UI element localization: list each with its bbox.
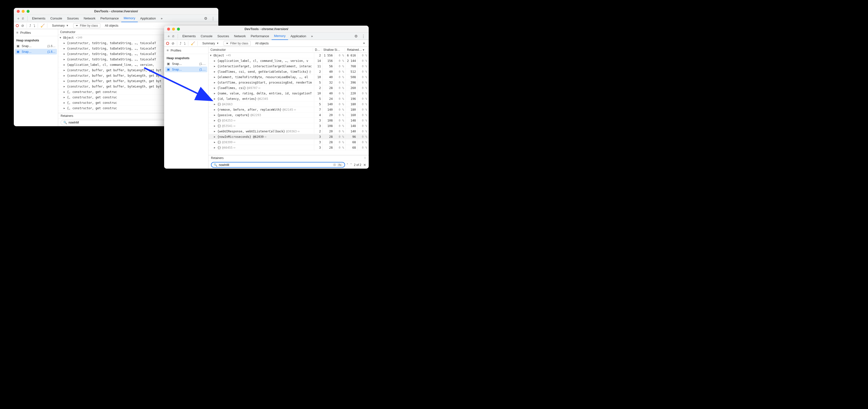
object-scope-dropdown[interactable]: All objects (103, 23, 121, 28)
object-row[interactable]: {remove, before, after, replaceWith} @62… (209, 107, 369, 112)
object-row[interactable]: {} @4266351400 %1800 % (209, 101, 369, 107)
match-case-icon[interactable]: Aa (337, 163, 342, 167)
col-shallow-size[interactable]: Shallow Si… (321, 48, 345, 52)
object-row[interactable]: {element, timeToFirstByte, resourceLoadD… (209, 75, 369, 80)
gc-icon[interactable]: 🧹 (191, 41, 195, 46)
clear-button-icon[interactable]: ⊘ (172, 41, 175, 46)
expand-toggle-icon[interactable] (210, 54, 212, 57)
expand-toggle-icon[interactable] (214, 65, 216, 67)
record-button-icon[interactable] (16, 24, 19, 27)
object-row[interactable]: {nowInMicroseconds} @62039 3280 %960 % (209, 134, 369, 140)
object-row[interactable]: {id, latency, entries} @623455240 %1960 … (209, 96, 369, 101)
next-match-icon[interactable]: ˅ (350, 163, 352, 167)
settings-icon[interactable]: ⚙ (353, 34, 359, 38)
object-row[interactable]: {loadTimes, csi, send, getVariableValue,… (209, 69, 369, 75)
col-constructor[interactable]: Constructor (209, 48, 313, 52)
object-row[interactable]: {interactionTarget, interactionTargetEle… (209, 64, 369, 69)
object-row[interactable]: {} @34253 31080 %1480 % (209, 118, 369, 123)
col-retained-size[interactable]: Retained…▼ (345, 48, 369, 52)
expand-toggle-icon[interactable] (214, 103, 216, 106)
expand-toggle-icon[interactable] (214, 81, 216, 84)
expand-toggle-icon[interactable] (214, 135, 216, 138)
constructor-group-row[interactable]: Object ×4521 5560 %6 6160 % (209, 53, 369, 58)
device-mode-icon[interactable]: ⎚ (172, 34, 174, 38)
class-filter-input[interactable]: ⏷ Filter by class (223, 41, 250, 46)
view-dropdown[interactable]: Summary ▼ (50, 23, 71, 28)
expand-toggle-icon[interactable] (64, 107, 66, 110)
col-distance[interactable]: Di… (313, 48, 321, 52)
inspect-icon[interactable]: ⟡ (17, 17, 20, 21)
tab-network[interactable]: Network (81, 15, 98, 22)
tab-memory[interactable]: Memory (121, 15, 138, 22)
expand-toggle-icon[interactable] (64, 90, 66, 93)
clear-button-icon[interactable]: ⊘ (21, 24, 24, 28)
expand-toggle-icon[interactable] (214, 146, 216, 149)
expand-toggle-icon[interactable] (64, 42, 66, 45)
expand-toggle-icon[interactable] (64, 63, 66, 66)
expand-toggle-icon[interactable] (214, 59, 216, 62)
object-row[interactable]: {loadTimes, csi} @49707 2280 %2600 % (209, 85, 369, 91)
tab-application[interactable]: Application (138, 15, 158, 22)
expand-toggle-icon[interactable] (214, 87, 216, 89)
close-search-icon[interactable]: ✕ (363, 163, 366, 167)
zoom-window-icon[interactable] (27, 10, 30, 13)
expand-toggle-icon[interactable] (214, 76, 216, 79)
close-window-icon[interactable] (167, 28, 170, 31)
expand-toggle-icon[interactable] (214, 130, 216, 133)
expand-toggle-icon[interactable] (64, 101, 66, 104)
tab-performance[interactable]: Performance (98, 15, 121, 22)
search-text-field[interactable] (219, 163, 332, 167)
expand-toggle-icon[interactable] (214, 114, 216, 116)
tab-sources[interactable]: Sources (65, 15, 81, 22)
expand-toggle-icon[interactable] (214, 108, 216, 111)
gc-icon[interactable]: 🧹 (40, 24, 44, 28)
retainers-header[interactable]: Retainers ☰ (209, 155, 369, 161)
close-window-icon[interactable] (17, 10, 20, 13)
expand-toggle-icon[interactable] (64, 58, 66, 61)
chevron-down-icon[interactable]: ▼ (363, 42, 367, 45)
expand-toggle-icon[interactable] (60, 36, 62, 39)
settings-icon[interactable]: ⚙ (203, 16, 209, 21)
device-mode-icon[interactable]: ⎚ (22, 17, 24, 21)
object-row[interactable]: {webUIResponse, webUIListenerCallback} @… (209, 129, 369, 134)
tab-network[interactable]: Network (232, 33, 248, 40)
expand-toggle-icon[interactable] (64, 96, 66, 98)
object-row[interactable]: {application_label, cl, command_line, …,… (209, 58, 369, 64)
expand-toggle-icon[interactable] (64, 80, 66, 82)
expand-toggle-icon[interactable] (214, 141, 216, 144)
more-menu-icon[interactable]: ⋮ (360, 34, 367, 38)
view-dropdown[interactable]: Summary ▼ (200, 41, 221, 46)
tab-console[interactable]: Console (48, 15, 65, 22)
object-row[interactable]: {} @46455 3280 %680 % (209, 145, 369, 150)
expand-toggle-icon[interactable] (214, 124, 216, 127)
expand-toggle-icon[interactable] (64, 74, 66, 77)
minimize-window-icon[interactable] (22, 10, 25, 13)
tab-performance[interactable]: Performance (248, 33, 271, 40)
minimize-window-icon[interactable] (172, 28, 175, 31)
record-button-icon[interactable] (166, 42, 169, 45)
expand-toggle-icon[interactable] (214, 97, 216, 100)
object-scope-dropdown[interactable]: All objects (253, 41, 271, 46)
expand-toggle-icon[interactable] (214, 119, 216, 122)
tab-console[interactable]: Console (198, 33, 215, 40)
tab-elements[interactable]: Elements (30, 15, 48, 22)
more-panels-icon[interactable]: » (159, 17, 164, 20)
object-row[interactable]: {} @53541 31080 %1480 % (209, 123, 369, 129)
expand-toggle-icon[interactable] (214, 92, 216, 95)
download-icon[interactable]: ⤵ (184, 41, 186, 46)
expand-toggle-icon[interactable] (64, 85, 66, 88)
more-menu-icon[interactable]: ⋮ (210, 16, 216, 21)
tab-application[interactable]: Application (288, 33, 309, 40)
snapshot-item[interactable]: ▣Snap…(1.… (164, 61, 208, 66)
expand-toggle-icon[interactable] (214, 70, 216, 73)
snapshot-item[interactable]: ▣Snap…(1.… (165, 66, 207, 72)
tab-sources[interactable]: Sources (215, 33, 232, 40)
snapshot-item[interactable]: ▣Snap…(1.6… (14, 43, 58, 49)
upload-icon[interactable]: ⤴ (29, 24, 31, 28)
zoom-window-icon[interactable] (177, 28, 180, 31)
tab-elements[interactable]: Elements (180, 33, 198, 40)
object-row[interactable]: {name, value, rating, delta, entries, id… (209, 91, 369, 96)
prev-match-icon[interactable]: ˄ (346, 163, 348, 167)
download-icon[interactable]: ⤵ (33, 24, 35, 28)
tab-memory[interactable]: Memory (272, 33, 288, 40)
